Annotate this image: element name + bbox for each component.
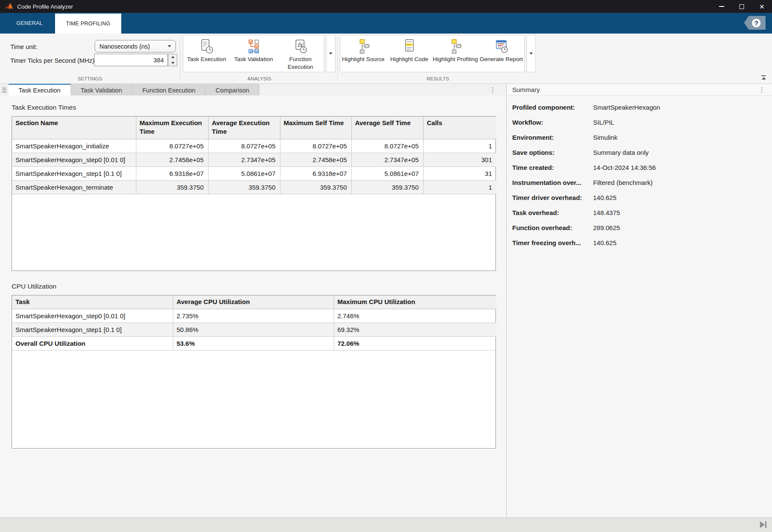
results-section-label: RESULTS	[340, 76, 536, 81]
ribbon-toolbar: Time unit: Nanoseconds (ns) Timer Ticks …	[0, 34, 772, 84]
document-tab-strip: Task Execution Task Validation Function …	[0, 84, 506, 95]
tab-time-profiling[interactable]: TIME PROFILING	[55, 13, 121, 34]
window-title: Code Profile Analyzer	[17, 3, 73, 10]
task-validation-icon	[245, 38, 262, 55]
help-button[interactable]: ?	[744, 16, 766, 30]
task-execution-times-table: Section Name Maximum Execution Time Aver…	[12, 116, 496, 271]
task-validation-button[interactable]: Task Validation	[230, 35, 277, 72]
highlight-source-button[interactable]: Highlight Source	[340, 35, 386, 72]
analysis-button-card: Task Execution	[183, 35, 324, 72]
summary-panel: Summary ⋮ Profiled component:SmartSpeake…	[507, 84, 772, 517]
results-gallery-expand-button[interactable]	[526, 35, 536, 72]
document-area: Task Execution Task Validation Function …	[0, 84, 772, 517]
generate-report-icon	[493, 38, 510, 55]
titlebar: Code Profile Analyzer ✕	[0, 0, 772, 13]
column-header[interactable]: Task	[12, 295, 173, 309]
arrow-up-icon	[171, 56, 175, 58]
column-header[interactable]: Maximum CPU Utilization	[334, 295, 496, 309]
cpu-utilization-heading: CPU Utilization	[12, 283, 506, 290]
task-execution-view: Task Execution Times Section Name Maximu…	[0, 95, 506, 517]
summary-title: Summary	[512, 86, 540, 93]
summary-field: Time created:14-Oct-2024 14:36:56	[512, 164, 768, 179]
time-unit-value: Nanoseconds (ns)	[99, 43, 150, 50]
minimize-icon	[719, 6, 724, 7]
collapse-ribbon-icon	[762, 77, 766, 80]
summary-field: Timer driver overhead:140.625	[512, 194, 768, 209]
timer-ticks-stepper	[168, 54, 177, 66]
table-row[interactable]: Overall CPU Utilization 53.6% 72.06%	[12, 337, 496, 351]
close-button[interactable]: ✕	[752, 0, 772, 13]
maximize-button[interactable]	[732, 0, 752, 13]
cpu-utilization-table: Task Average CPU Utilization Maximum CPU…	[12, 295, 496, 449]
column-header[interactable]: Average CPU Utilization	[173, 295, 334, 309]
minimize-button[interactable]	[711, 0, 732, 13]
chevron-down-icon	[168, 45, 171, 47]
skip-to-end-icon	[760, 521, 765, 528]
highlight-profiling-button[interactable]: Highlight Profiling	[432, 35, 478, 72]
timer-ticks-label: Timer Ticks per Second (MHz):	[10, 57, 96, 64]
collapse-ribbon-icon	[761, 75, 766, 76]
window-controls: ✕	[711, 0, 772, 13]
table-header-row: Section Name Maximum Execution Time Aver…	[12, 117, 496, 139]
summary-field: Instrumentation over...Filtered (benchma…	[512, 179, 768, 194]
highlight-code-button[interactable]: Highlight Code	[386, 35, 432, 72]
highlight-code-icon	[401, 38, 418, 55]
matlab-logo-icon	[5, 3, 13, 10]
summary-field: Task overhead:148.4375	[512, 209, 768, 224]
function-execution-icon: fx	[292, 38, 309, 55]
analysis-gallery-expand-button[interactable]	[326, 35, 335, 72]
highlight-source-icon	[355, 38, 372, 55]
function-execution-button[interactable]: fx Function Execution	[277, 35, 324, 72]
results-button-card: Highlight Source Highlight Code	[340, 35, 525, 72]
chevron-down-icon	[329, 52, 332, 55]
table-row[interactable]: SmartSpeakerHexagon_step0 [0.01 0] 2.745…	[12, 153, 496, 166]
tab-general[interactable]: GENERAL	[4, 13, 55, 34]
table-header-row: Task Average CPU Utilization Maximum CPU…	[12, 295, 496, 309]
column-header[interactable]: Average Execution Time	[208, 117, 280, 139]
doc-tab-function-execution[interactable]: Function Execution	[132, 84, 206, 95]
toolbar-divider	[337, 37, 338, 81]
help-icon: ?	[751, 18, 761, 28]
summary-field: Environment:Simulink	[512, 134, 768, 149]
document-pane: Task Execution Task Validation Function …	[0, 84, 507, 517]
task-execution-button[interactable]: Task Execution	[183, 35, 230, 72]
doc-tab-task-validation[interactable]: Task Validation	[71, 84, 132, 95]
settings-section-label: SETTINGS	[0, 76, 180, 81]
table-row[interactable]: SmartSpeakerHexagon_step0 [0.01 0] 2.735…	[12, 309, 496, 323]
doc-tab-task-execution[interactable]: Task Execution	[9, 84, 71, 95]
doc-tab-comparison[interactable]: Comparison	[206, 84, 259, 95]
expand-panel-button[interactable]	[760, 521, 766, 528]
tab-strip-grip-handle[interactable]	[0, 84, 9, 95]
timer-ticks-input[interactable]: 384	[94, 54, 168, 66]
document-kebab-menu[interactable]: ⋮	[489, 86, 496, 93]
summary-field: Profiled component:SmartSpeakerHexagon	[512, 104, 768, 119]
ribbon-tab-strip: GENERAL TIME PROFILING ?	[0, 13, 772, 34]
generate-report-button[interactable]: Generate Report	[478, 35, 524, 72]
toolbar-divider	[180, 37, 180, 81]
column-header[interactable]: Average Self Time	[351, 117, 423, 139]
close-icon: ✕	[759, 3, 765, 10]
summary-field: Save options:Summary data only	[512, 149, 768, 164]
table-row[interactable]: SmartSpeakerHexagon_initialize 8.0727e+0…	[12, 139, 496, 153]
summary-fields: Profiled component:SmartSpeakerHexagon W…	[507, 95, 772, 254]
column-header[interactable]: Section Name	[12, 117, 136, 139]
code-profile-analyzer-window: Code Profile Analyzer ✕ GENERAL TIME PRO…	[0, 0, 772, 532]
table-row[interactable]: SmartSpeakerHexagon_terminate 359.3750 3…	[12, 180, 496, 194]
column-header[interactable]: Calls	[423, 117, 496, 139]
time-unit-label: Time unit:	[10, 43, 37, 50]
arrow-down-icon	[171, 62, 175, 64]
summary-field: Workflow:SIL/PIL	[512, 119, 768, 134]
stepper-up-button[interactable]	[169, 54, 177, 60]
minimize-ribbon-button[interactable]	[761, 75, 766, 80]
time-unit-dropdown[interactable]: Nanoseconds (ns)	[95, 40, 176, 52]
status-bar	[0, 517, 772, 532]
chevron-down-icon	[529, 52, 533, 55]
column-header[interactable]: Maximum Self Time	[280, 117, 351, 139]
table-row[interactable]: SmartSpeakerHexagon_step1 [0.1 0] 6.9318…	[12, 166, 496, 180]
summary-field: Timer freezing overh...140.625	[512, 239, 768, 254]
stepper-down-button[interactable]	[169, 60, 177, 66]
summary-field: Function overhead:289.0625	[512, 224, 768, 239]
summary-kebab-menu[interactable]: ⋮	[759, 86, 765, 93]
column-header[interactable]: Maximum Execution Time	[136, 117, 208, 139]
table-row[interactable]: SmartSpeakerHexagon_step1 [0.1 0] 50.86%…	[12, 323, 496, 337]
